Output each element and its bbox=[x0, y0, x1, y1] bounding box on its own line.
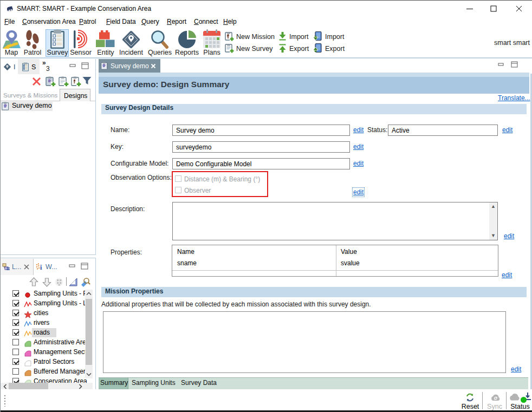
svg-text:i: i bbox=[40, 264, 42, 271]
